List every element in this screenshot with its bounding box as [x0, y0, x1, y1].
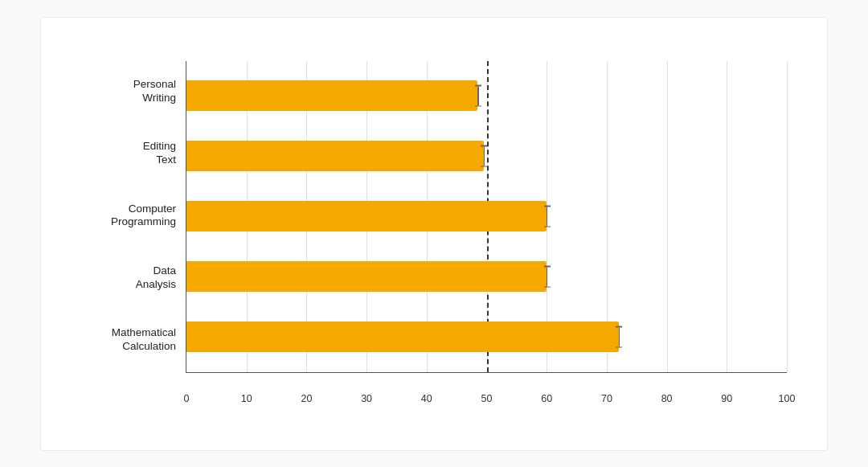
y-label: ComputerProgramming: [57, 203, 186, 230]
bar-row: [186, 75, 787, 117]
chart-body: PersonalWritingEditingTextComputerProgra…: [57, 61, 787, 373]
error-bar: [547, 266, 547, 288]
x-axis-label: 90: [721, 393, 732, 404]
bar: [186, 261, 547, 292]
grid-line: [787, 61, 788, 372]
y-label: DataAnalysis: [57, 264, 186, 292]
bar-wrap: [186, 322, 619, 352]
x-axis-label: 70: [601, 393, 612, 404]
error-bar-cap-bottom: [616, 346, 622, 348]
bar-row: [186, 316, 787, 358]
error-bar-cap-bottom: [481, 166, 487, 167]
x-axis-label: 10: [241, 393, 252, 404]
error-bar: [547, 206, 547, 227]
error-bar-cap-bottom: [475, 105, 481, 107]
x-axis-label: 20: [301, 393, 312, 404]
bar: [186, 80, 477, 111]
bar-wrap: [186, 261, 547, 292]
error-bar-vertical: [547, 207, 548, 226]
error-bar-vertical: [547, 267, 548, 286]
bar-row: [186, 256, 787, 297]
bar: [186, 141, 484, 171]
y-label: EditingText: [57, 140, 186, 167]
bar-row: [186, 195, 787, 237]
y-axis-labels: PersonalWritingEditingTextComputerProgra…: [57, 61, 186, 373]
x-axis-label: 30: [361, 393, 372, 404]
x-axis-label: 60: [541, 393, 552, 404]
y-label: MathematicalCalculation: [57, 326, 186, 354]
bar: [186, 322, 619, 352]
error-bar-vertical: [477, 86, 479, 105]
error-bar-cap-bottom: [544, 286, 551, 288]
error-bar: [477, 85, 478, 107]
bar: [186, 201, 547, 231]
error-bar-vertical: [484, 146, 485, 166]
bar-row: [186, 135, 787, 177]
error-bar: [484, 145, 485, 167]
chart-container: PersonalWritingEditingTextComputerProgra…: [40, 17, 828, 451]
plot-area: 0102030405060708090100: [186, 61, 787, 373]
x-axis-label: 80: [661, 393, 673, 404]
bar-wrap: [186, 141, 484, 171]
x-axis-label: 100: [779, 393, 796, 404]
error-bar: [619, 326, 620, 348]
x-axis-label: 40: [421, 393, 432, 404]
y-label: PersonalWriting: [57, 78, 186, 105]
bars-wrapper: [186, 61, 787, 372]
error-bar-cap-bottom: [544, 226, 551, 227]
x-axis-label: 0: [184, 393, 190, 404]
bar-wrap: [186, 80, 477, 111]
x-axis-label: 50: [481, 393, 493, 404]
bar-wrap: [186, 201, 547, 231]
error-bar-vertical: [619, 327, 620, 346]
